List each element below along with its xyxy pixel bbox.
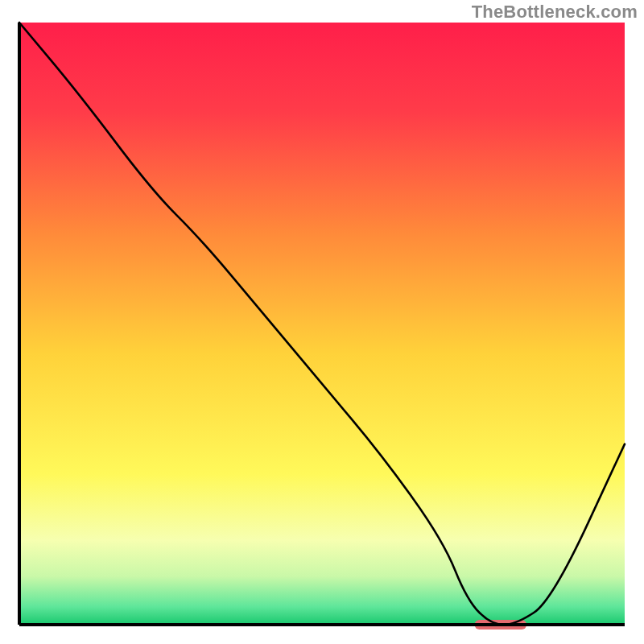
gradient-background xyxy=(19,23,625,625)
chart-frame: TheBottleneck.com xyxy=(0,0,644,644)
bottleneck-chart xyxy=(0,0,644,644)
